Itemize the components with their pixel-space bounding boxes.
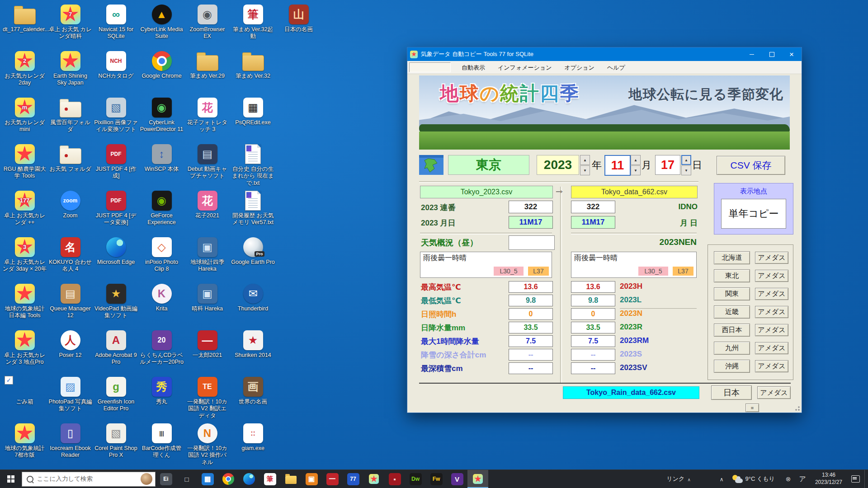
source-value-box[interactable]: 13.6	[509, 281, 553, 293]
source-value-box[interactable]: 33.5	[509, 322, 553, 333]
japan-amedas-button[interactable]: アメダス	[757, 386, 791, 399]
icon-fudemame-32[interactable]: 筆まめ Ver.32	[230, 49, 276, 96]
spin-up-icon[interactable]	[631, 155, 641, 165]
icon-pixillion[interactable]: ▧Pixillion 画像ファイル変換ソフト	[93, 96, 139, 142]
fireworks-icon[interactable]: Fw	[426, 470, 447, 488]
icon-corel-paintshop[interactable]: ▧Corel Paint Shop Pro X	[93, 422, 139, 468]
icon-hanako-photoretouch[interactable]: 花花子フォトレタッチ 3	[184, 96, 230, 142]
icon-fusetsu-folder[interactable]: 風雪百年フォルダ	[47, 96, 93, 142]
icon-chikyu-kishou-7toshi[interactable]: 地球の気象統計 7都市版	[2, 422, 47, 468]
weather-status[interactable]: 9°C くもり	[745, 475, 775, 483]
icon-hidemaru[interactable]: 秀秀丸	[139, 375, 184, 422]
icon-rakuchin-cd-label[interactable]: 20らくちんCDラベルメーカー20Pro	[139, 328, 184, 375]
source-value-box[interactable]: --	[509, 349, 553, 361]
destination-value-box[interactable]: 13.6	[571, 281, 615, 293]
maximize-button[interactable]	[762, 47, 782, 61]
fudemame-icon[interactable]: 筆	[259, 470, 280, 488]
icon-greenfish[interactable]: gGreenfish Icon Editor Pro	[93, 375, 139, 422]
map-icon[interactable]	[419, 155, 443, 175]
flower-app-icon[interactable]	[363, 470, 384, 488]
icon-jibunshi-txt[interactable]: 自分史 自分の生まれから 現在まで.txt	[230, 142, 276, 189]
icon-zoom[interactable]: zoomZoom	[47, 189, 93, 235]
edge-icon[interactable]	[239, 470, 259, 488]
taskbar-app-ei[interactable]: Ei	[156, 470, 176, 488]
destination-value-box[interactable]: 322	[571, 201, 615, 213]
icon-sekai-no-meiga[interactable]: 画世界の名画	[230, 375, 276, 422]
source-value-box[interactable]: 9.8	[509, 295, 553, 306]
japan-button[interactable]: 日本	[711, 385, 752, 400]
start-button[interactable]	[0, 470, 22, 488]
icon-debut-capture[interactable]: ▤Debut 動画キャプチャソフト	[184, 142, 230, 189]
amedas-button-2[interactable]: アメダス	[755, 270, 788, 282]
region-button-5[interactable]: 西日本	[714, 324, 750, 337]
icon-kaihatsu-rireki-txt[interactable]: 開発履歴 お天気メモリ Ver57.txt	[230, 189, 276, 235]
icon-ippatsu-honyaku-panel[interactable]: N一発翻訳！10カ国語 V2 操作パネル	[184, 422, 230, 468]
task-view-icon[interactable]: □	[176, 470, 197, 488]
clock[interactable]: 13:46 2023/12/27	[815, 472, 842, 486]
icon-dt177-calender[interactable]: dt_177_calender...	[2, 3, 47, 49]
menu-options[interactable]: オプション	[558, 64, 601, 71]
icon-earth-shining-sky[interactable]: Earth Shining Sky Japan	[47, 49, 93, 96]
icon-giam[interactable]: ::giam.exe	[230, 422, 276, 468]
icon-fudemame-32-start[interactable]: 筆筆まめ Ver.32起動	[230, 3, 276, 49]
amedas-button-3[interactable]: アメダス	[755, 288, 788, 300]
year-spinner[interactable]	[580, 155, 590, 175]
icon-otenki-calendar-3chiten-pro[interactable]: 卓上 お天気カレンダ 3 地点Pro	[2, 328, 47, 375]
icon-nihon-no-meiga[interactable]: 山日本の名画	[276, 3, 321, 49]
icon-google-earth-pro[interactable]: ProGoogle Earth Pro	[230, 235, 276, 282]
icon-hareka[interactable]: ▣晴科 Hareka	[184, 282, 230, 328]
region-button-2[interactable]: 東北	[714, 269, 750, 282]
weather-overview-empty-box[interactable]	[509, 235, 555, 250]
amedas-button-4[interactable]: アメダス	[755, 306, 788, 318]
spin-down-icon[interactable]	[631, 165, 641, 175]
hidden-icons-button[interactable]	[720, 475, 724, 483]
amedas-button-7[interactable]: アメダス	[755, 360, 788, 372]
source-value-box[interactable]: 7.5	[509, 335, 553, 347]
amedas-button-1[interactable]: アメダス	[755, 252, 788, 264]
icon-chikyu-toukei-hareka[interactable]: ▣地球統計四季 Hareka	[184, 235, 230, 282]
taskbar-search[interactable]: ここに入力して検索	[22, 472, 156, 487]
icon-just-pdf4-create[interactable]: PDFJUST PDF 4 [作成]	[93, 142, 139, 189]
region-button-7[interactable]: 沖縄	[714, 360, 750, 373]
icon-nch-catalog[interactable]: NCHNCHカタログ	[93, 49, 139, 96]
spin-up-icon[interactable]	[681, 155, 691, 165]
icon-rgu-tools[interactable]: RGU 酪農学園大学 Tools	[2, 142, 47, 189]
explorer-icon[interactable]	[280, 470, 301, 488]
icon-videopad[interactable]: ★VideoPad 動画編集ソフト	[93, 282, 139, 328]
icon-queue-manager[interactable]: ▤Queue Manager 12	[47, 282, 93, 328]
icon-hanako-2021[interactable]: 花花子2021	[184, 189, 230, 235]
icon-otenki-calendar-haruka[interactable]: 7卓上 お天気 カレンダ晴科	[47, 3, 93, 49]
spin-down-icon[interactable]	[681, 165, 691, 175]
icon-microsoft-edge[interactable]: Microsoft Edge	[93, 235, 139, 282]
month-field[interactable]: 11	[604, 155, 631, 176]
icon-photopad[interactable]: ▨PhotoPad 写真編集ソフト	[47, 375, 93, 422]
weather-text-box-left[interactable]: 雨後曇一時晴 L30_5 L37	[420, 252, 552, 278]
day-spinner[interactable]	[681, 155, 691, 175]
photo-app-icon[interactable]: ▣	[301, 470, 322, 488]
vscode-icon[interactable]: V	[447, 470, 467, 488]
icon-poser-12[interactable]: 人Poser 12	[47, 328, 93, 375]
weather-tool-icon[interactable]	[467, 470, 488, 488]
chrome-icon[interactable]	[218, 470, 239, 488]
close-button[interactable]	[782, 47, 802, 61]
icon-zoombrowser-ex[interactable]: ◉ZoomBrowser EX	[184, 3, 230, 49]
weather-text-box-right[interactable]: 雨後曇一時晴 L30_5 L37	[571, 252, 697, 278]
resize-grip[interactable]	[794, 405, 800, 411]
minimize-button[interactable]	[742, 47, 762, 61]
source-value-box[interactable]: 322	[509, 201, 553, 213]
menu-information[interactable]: インフォメーション	[491, 64, 558, 71]
amedas-button-6[interactable]: アメダス	[755, 342, 788, 354]
icon-recycle-bin[interactable]: ✓ごみ箱	[2, 375, 47, 422]
destination-value-box[interactable]: --	[571, 349, 615, 361]
icon-icecream-ebook[interactable]: ▯Icecream Ebook Reader	[47, 422, 93, 468]
icon-cyberlink-media-suite[interactable]: ▲CyberLink Media Suite	[139, 3, 184, 49]
menu-auto-display[interactable]: 自動表示	[455, 64, 491, 71]
icon-otenki-calendar-2day[interactable]: 2お天気カレンダ 2day	[2, 49, 47, 96]
spin-down-icon[interactable]	[580, 165, 590, 175]
spin-up-icon[interactable]	[580, 155, 590, 165]
source-value-box[interactable]: --	[509, 362, 553, 374]
window-titlebar[interactable]: 気象データ 自動コピー Tools 77 for SQLite	[407, 47, 802, 61]
icon-adobe-acrobat-9[interactable]: AAdobe Acrobat 9 Pro	[93, 328, 139, 375]
icon-ippatsu-honyaku-editor[interactable]: TE一発翻訳！10カ国語 V2 翻訳エディタ	[184, 375, 230, 422]
year-field[interactable]: 2023	[537, 155, 579, 175]
